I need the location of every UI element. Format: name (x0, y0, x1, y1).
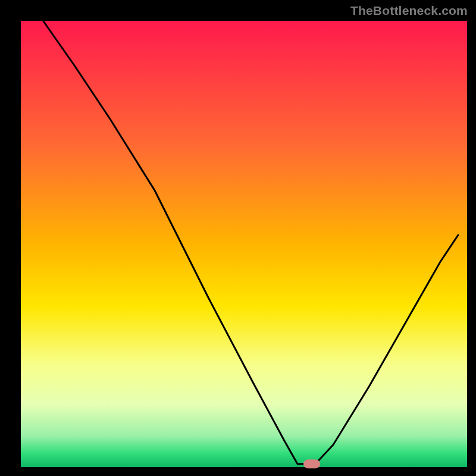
chart-frame (0, 0, 476, 476)
watermark-text: TheBottleneck.com (350, 4, 468, 18)
optimal-point-marker (303, 459, 320, 468)
bottleneck-chart (0, 0, 476, 476)
gradient-background (21, 21, 467, 467)
